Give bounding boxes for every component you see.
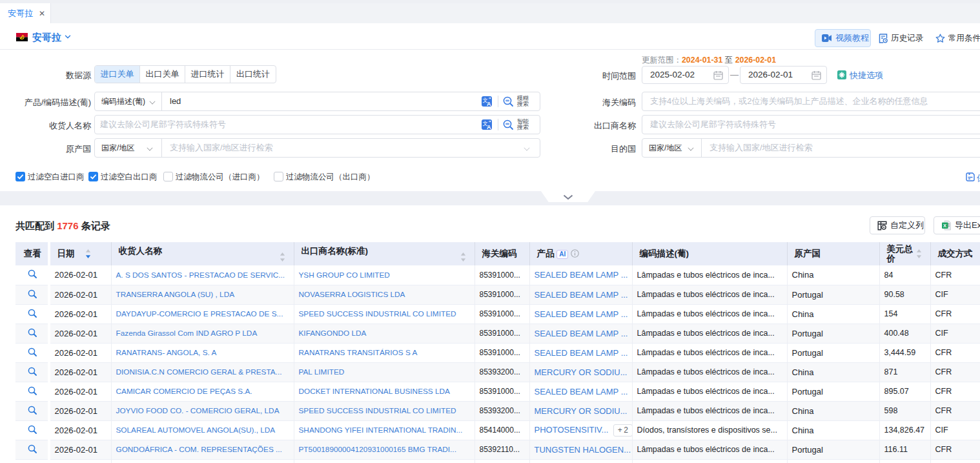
svg-text:A: A: [487, 101, 491, 107]
svg-text:A: A: [487, 124, 491, 130]
svg-text:X: X: [943, 223, 946, 229]
